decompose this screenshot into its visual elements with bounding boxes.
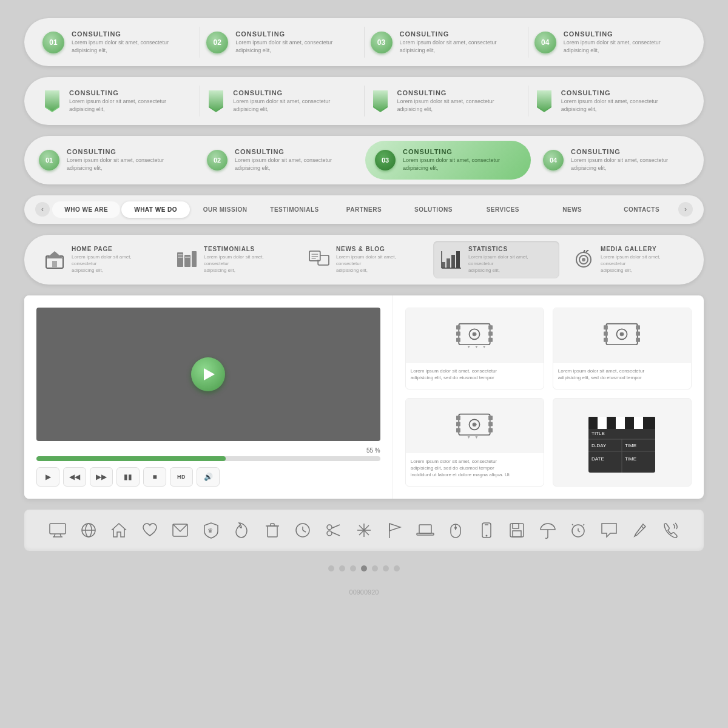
shield-crown-icon[interactable]: ♛ (200, 519, 222, 541)
svg-rect-13 (192, 251, 197, 267)
mail-icon[interactable] (169, 519, 191, 541)
dot-7[interactable] (394, 565, 400, 571)
nav-item-partners[interactable]: PARTNERS (330, 201, 398, 218)
flag-item-3[interactable]: CONSULTING Lorem ipsum dolor sit amet, c… (364, 86, 528, 116)
monitor-icon[interactable] (47, 519, 69, 541)
statistics-icon (440, 249, 462, 271)
active-badge-3: 03 (375, 150, 396, 170)
nav-next-arrow[interactable]: › (678, 202, 693, 217)
progress-bar[interactable] (36, 456, 380, 461)
tab-media-gallery[interactable]: MEDIA GALLERY Lorem ipsum dolor sit amet… (565, 241, 692, 279)
laptop-icon[interactable] (414, 519, 436, 541)
home-icon[interactable] (108, 519, 130, 541)
scissors-icon[interactable] (322, 519, 344, 541)
active-item-3[interactable]: 03 CONSULTING Lorem ipsum dolor sit amet… (365, 141, 531, 179)
dot-3[interactable] (350, 565, 356, 571)
pen-icon[interactable] (629, 519, 650, 541)
umbrella-icon[interactable] (537, 519, 559, 541)
clock-icon[interactable] (292, 519, 314, 541)
nav-item-what-we-do[interactable]: WHAT WE DO (121, 201, 189, 218)
play-control-button[interactable]: ▶ (36, 467, 59, 487)
item-desc-1: Lorem ipsum dolor sit amet, consectetura… (72, 39, 169, 54)
next-control-button[interactable]: ▶▶ (90, 467, 113, 487)
svg-text:DATE: DATE (592, 456, 604, 462)
pause-control-button[interactable]: ▮▮ (116, 467, 140, 487)
tab-statistics[interactable]: STATISTICS Lorem ipsum dolor sit amet, c… (433, 241, 559, 279)
mouse-icon[interactable] (445, 519, 467, 541)
dot-2[interactable] (339, 565, 345, 571)
snowflake-icon[interactable] (353, 519, 375, 541)
svg-rect-15 (178, 257, 183, 258)
dot-1[interactable] (328, 565, 334, 571)
tab-news-blog[interactable]: NEWS & BLOG Lorem ipsum dolor sit amet, … (301, 241, 427, 279)
row-active-items: 01 CONSULTING Lorem ipsum dolor sit amet… (24, 136, 704, 184)
nav-item-news[interactable]: NEWS (538, 201, 606, 218)
content-card-2[interactable]: Lorem ipsum dolor sit amet, consectetura… (553, 308, 692, 389)
flag-text-1: CONSULTING Lorem ipsum dolor sit amet, c… (69, 89, 166, 113)
dot-5[interactable] (372, 565, 378, 571)
active-badge-2: 02 (207, 150, 228, 170)
nav-items: WHO WE ARE WHAT WE DO OUR MISSION TESTIM… (52, 201, 676, 218)
clapboard-card[interactable]: TITLE D-DAY TIME DATE TIME (553, 398, 692, 487)
progress-fill (36, 456, 226, 461)
tab-home-page[interactable]: HOME PAGE Lorem ipsum dolor sit amet, co… (36, 241, 163, 279)
flag-title-3: CONSULTING (397, 89, 494, 96)
svg-rect-58 (488, 416, 493, 420)
tab-desc-news: Lorem ipsum dolor sit amet, consectetura… (336, 254, 420, 274)
floppy-icon[interactable] (506, 519, 528, 541)
active-badge-4: 04 (543, 150, 564, 170)
svg-line-104 (331, 525, 340, 528)
nav-item-contacts[interactable]: CONTACTS (608, 201, 676, 218)
active-item-4[interactable]: 04 CONSULTING Lorem ipsum dolor sit amet… (533, 141, 699, 179)
flag-item-2[interactable]: CONSULTING Lorem ipsum dolor sit amet, c… (200, 86, 363, 116)
nav-prev-arrow[interactable]: ‹ (35, 202, 50, 217)
active-badge-1: 01 (39, 150, 59, 170)
tab-testimonials[interactable]: TESTIMONIALS Lorem ipsum dolor sit amet,… (169, 241, 295, 279)
globe-icon[interactable] (78, 519, 99, 541)
prev-control-button[interactable]: ◀◀ (63, 467, 86, 487)
numbered-item-2[interactable]: 02 CONSULTING Lorem ipsum dolor sit amet… (200, 27, 363, 58)
telephone-icon[interactable] (659, 519, 681, 541)
tab-desc-media: Lorem ipsum dolor sit amet, consectetura… (601, 254, 684, 274)
nav-bar: ‹ WHO WE ARE WHAT WE DO OUR MISSION TEST… (24, 195, 704, 224)
dot-6[interactable] (383, 565, 389, 571)
stop-control-button[interactable]: ■ (143, 467, 166, 487)
content-card-1[interactable]: ▼ ▼ ▼ Lorem ipsum dolor sit amet, consec… (405, 308, 544, 389)
svg-rect-122 (513, 531, 521, 537)
video-play-button[interactable] (191, 357, 225, 391)
video-screen (36, 308, 380, 441)
item-text-3: CONSULTING Lorem ipsum dolor sit amet, c… (400, 30, 497, 54)
svg-line-127 (572, 524, 573, 525)
heart-icon[interactable] (139, 519, 161, 541)
tab-desc-statistics: Lorem ipsum dolor sit amet, consectetura… (468, 254, 552, 274)
flag-item-4[interactable]: CONSULTING Lorem ipsum dolor sit amet, c… (528, 86, 692, 116)
page-wrapper: 01 CONSULTING Lorem ipsum dolor sit amet… (0, 0, 728, 616)
volume-control-button[interactable]: 🔊 (197, 467, 220, 487)
numbered-item-1[interactable]: 01 CONSULTING Lorem ipsum dolor sit amet… (36, 27, 200, 58)
clapboard-icon: TITLE D-DAY TIME DATE TIME (582, 406, 661, 479)
flag-item-1[interactable]: CONSULTING Lorem ipsum dolor sit amet, c… (36, 86, 200, 116)
speech-bubble-icon[interactable] (598, 519, 620, 541)
active-item-2[interactable]: 02 CONSULTING Lorem ipsum dolor sit amet… (197, 141, 363, 179)
content-card-3[interactable]: ▼ ▼ Lorem ipsum dolor sit amet, consecte… (405, 398, 544, 487)
nav-item-solutions[interactable]: SOLUTIONS (399, 201, 467, 218)
nav-item-who-we-are[interactable]: WHO WE ARE (52, 201, 120, 218)
tab-title-statistics: STATISTICS (468, 246, 552, 252)
fire-icon[interactable] (231, 519, 252, 541)
phone-device-icon[interactable] (476, 519, 497, 541)
active-item-1[interactable]: 01 CONSULTING Lorem ipsum dolor sit amet… (29, 141, 195, 179)
alarm-clock-icon[interactable] (567, 519, 589, 541)
hd-control-button[interactable]: HD (170, 467, 193, 487)
flag-desc-2: Lorem ipsum dolor sit amet, consectetura… (233, 98, 330, 113)
tab-title-testimonials: TESTIMONIALS (204, 246, 288, 252)
nav-item-testimonials[interactable]: TESTIMONIALS (260, 201, 328, 218)
numbered-item-3[interactable]: 03 CONSULTING Lorem ipsum dolor sit amet… (364, 27, 528, 58)
nav-item-services[interactable]: SERVICES (469, 201, 537, 218)
flag-nav-icon[interactable] (383, 519, 405, 541)
card-text-2: Lorem ipsum dolor sit amet, consectetura… (553, 363, 691, 386)
svg-text:▼: ▼ (474, 345, 479, 349)
nav-item-our-mission[interactable]: OUR MISSION (191, 201, 259, 218)
dot-4[interactable] (361, 565, 367, 571)
numbered-item-4[interactable]: 04 CONSULTING Lorem ipsum dolor sit amet… (528, 27, 692, 58)
trash-icon[interactable] (261, 519, 283, 541)
